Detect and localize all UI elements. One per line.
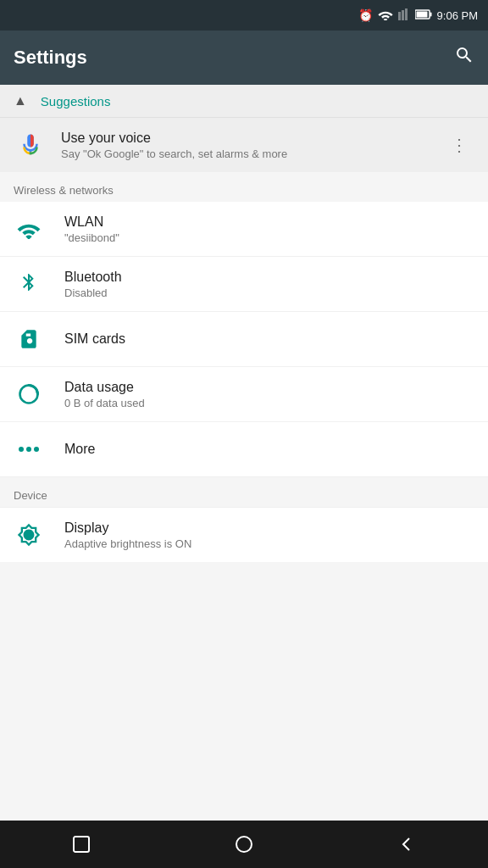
suggestions-label: Suggestions: [41, 94, 111, 108]
nav-back-button[interactable]: [381, 827, 432, 861]
section-header-wireless: Wireless & networks: [0, 172, 488, 202]
search-button[interactable]: [454, 45, 474, 70]
svg-rect-7: [74, 837, 89, 852]
settings-item-display[interactable]: Display Adaptive brightness is ON: [0, 507, 488, 562]
settings-item-sim[interactable]: SIM cards: [0, 312, 488, 367]
status-bar: ⏰ 9:06 PM: [0, 0, 488, 31]
svg-rect-2: [405, 8, 408, 20]
svg-rect-1: [402, 10, 404, 20]
suggestion-text: Use your voice Say "Ok Google" to search…: [61, 131, 430, 160]
wlan-text: WLAN "desiibond": [64, 214, 474, 244]
sim-icon: [14, 324, 44, 354]
more-text: More: [64, 442, 474, 457]
bluetooth-subtitle: Disabled: [64, 287, 474, 299]
spacer: [0, 562, 488, 821]
bluetooth-icon: [14, 269, 44, 299]
wifi-icon: [378, 8, 393, 23]
more-title: More: [64, 442, 474, 457]
nav-home-button[interactable]: [219, 827, 269, 861]
settings-item-data[interactable]: Data usage 0 B of data used: [0, 367, 488, 422]
suggestion-more-button[interactable]: ⋮: [444, 128, 474, 162]
data-usage-text: Data usage 0 B of data used: [64, 380, 474, 409]
data-usage-icon: [14, 379, 44, 409]
bluetooth-title: Bluetooth: [64, 270, 474, 285]
status-time: 9:06 PM: [437, 9, 478, 22]
display-text: Display Adaptive brightness is ON: [64, 520, 474, 550]
svg-rect-4: [430, 13, 431, 17]
svg-rect-0: [398, 12, 401, 20]
suggestions-section[interactable]: ▲ Suggestions: [0, 85, 488, 117]
bluetooth-text: Bluetooth Disabled: [64, 270, 474, 299]
settings-item-more[interactable]: More: [0, 422, 488, 477]
settings-item-bluetooth[interactable]: Bluetooth Disabled: [0, 257, 488, 312]
display-subtitle: Adaptive brightness is ON: [64, 537, 474, 550]
app-bar-title: Settings: [14, 47, 87, 69]
nav-bar: [0, 821, 488, 868]
suggestion-item-voice[interactable]: Use your voice Say "Ok Google" to search…: [0, 117, 488, 172]
suggestion-title: Use your voice: [61, 131, 430, 146]
section-header-device: Device: [0, 477, 488, 507]
battery-icon: [415, 8, 432, 22]
display-icon: [14, 520, 44, 550]
more-dots-icon: [14, 434, 44, 465]
wifi-settings-icon: [14, 214, 44, 244]
microphone-icon: [14, 128, 47, 162]
wlan-subtitle: "desiibond": [64, 231, 474, 244]
wlan-title: WLAN: [64, 214, 474, 230]
suggestions-chevron-icon: ▲: [14, 93, 27, 108]
settings-item-wlan[interactable]: WLAN "desiibond": [0, 202, 488, 257]
data-usage-subtitle: 0 B of data used: [64, 397, 474, 409]
display-title: Display: [64, 520, 474, 536]
svg-point-8: [236, 837, 252, 852]
sim-text: SIM cards: [64, 331, 474, 347]
sim-title: SIM cards: [64, 331, 474, 347]
nav-recents-button[interactable]: [56, 827, 107, 861]
signal-icon: [398, 8, 410, 23]
alarm-icon: ⏰: [358, 8, 373, 22]
settings-list: WLAN "desiibond" Bluetooth Disabled SIM …: [0, 202, 488, 477]
suggestion-description: Say "Ok Google" to search, set alarms & …: [61, 147, 430, 160]
app-bar: Settings: [0, 31, 488, 85]
status-icons: ⏰ 9:06 PM: [358, 8, 478, 23]
data-usage-title: Data usage: [64, 380, 474, 395]
svg-rect-5: [416, 12, 427, 18]
